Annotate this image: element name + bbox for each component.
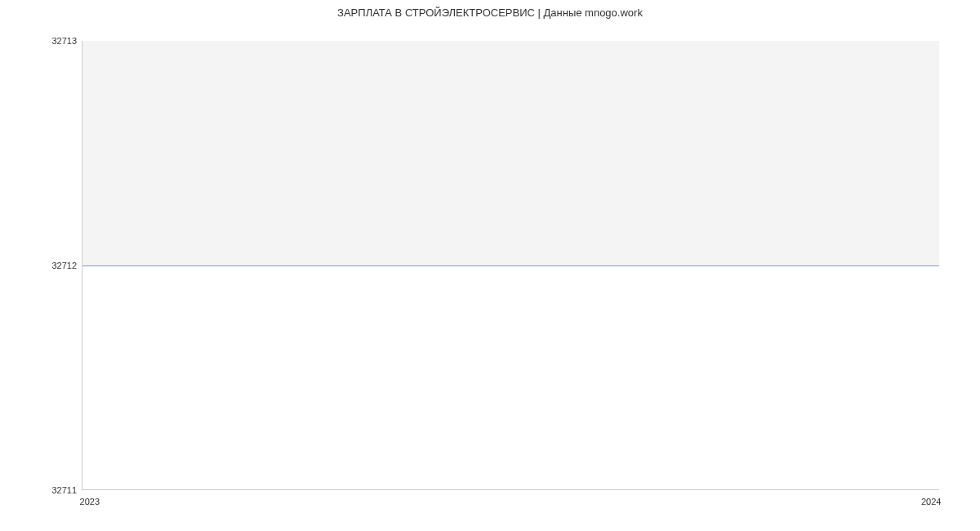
area-fill [82,41,939,266]
chart-container: ЗАРПЛАТА В СТРОЙЭЛЕКТРОСЕРВИС | Данные m… [0,0,980,531]
y-axis-tick-label: 32713 [44,36,77,46]
chart-title: ЗАРПЛАТА В СТРОЙЭЛЕКТРОСЕРВИС | Данные m… [0,7,980,19]
x-axis-tick-label: 2023 [80,497,100,506]
y-axis-tick-label: 32711 [44,485,77,495]
series-line [82,266,939,266]
x-axis-tick-label: 2024 [921,497,941,506]
y-axis-tick-label: 32712 [44,261,77,270]
plot-area [82,41,939,490]
